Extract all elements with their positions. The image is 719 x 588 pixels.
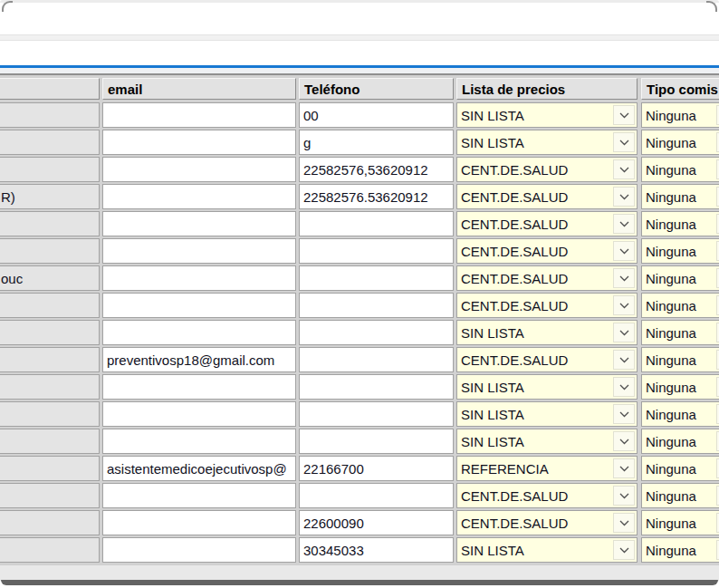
column-header-email[interactable]: email: [102, 78, 296, 100]
name-cell[interactable]: [0, 456, 100, 481]
lista-de-precios-dropdown[interactable]: SIN LISTA: [456, 130, 638, 155]
chevron-down-icon[interactable]: [613, 377, 635, 397]
chevron-down-icon[interactable]: [613, 295, 635, 315]
chevron-down-icon[interactable]: [613, 540, 635, 560]
tipo-comision-dropdown[interactable]: Ninguna: [641, 429, 719, 454]
email-field[interactable]: [102, 320, 296, 345]
lista-de-precios-dropdown[interactable]: CENT.DE.SALUD: [456, 211, 638, 236]
telefono-field[interactable]: 30345033: [299, 537, 454, 563]
lista-de-precios-dropdown[interactable]: SIN LISTA: [456, 537, 638, 563]
tipo-comision-dropdown[interactable]: Ninguna: [641, 347, 719, 372]
telefono-field[interactable]: g: [299, 130, 454, 155]
name-cell[interactable]: ouc: [0, 265, 100, 291]
chevron-down-icon[interactable]: [613, 486, 635, 506]
chevron-down-icon[interactable]: [613, 404, 635, 424]
tipo-comision-dropdown[interactable]: Ninguna: [641, 130, 719, 155]
name-cell[interactable]: [0, 130, 100, 155]
column-header-telefono[interactable]: Teléfono: [299, 78, 454, 100]
tipo-comision-dropdown[interactable]: Ninguna: [641, 401, 719, 427]
lista-de-precios-dropdown[interactable]: CENT.DE.SALUD: [456, 238, 638, 264]
name-cell[interactable]: R): [0, 184, 100, 209]
telefono-field[interactable]: 22166700: [299, 456, 454, 481]
telefono-field[interactable]: 00: [299, 102, 454, 128]
column-header-tipo-comision[interactable]: Tipo comis: [641, 78, 719, 100]
tipo-comision-dropdown[interactable]: Ninguna: [641, 211, 719, 236]
chevron-down-icon[interactable]: [613, 241, 635, 261]
chevron-down-icon[interactable]: [613, 458, 635, 478]
lista-de-precios-dropdown[interactable]: CENT.DE.SALUD: [456, 483, 638, 508]
email-field[interactable]: [102, 238, 296, 264]
tipo-comision-dropdown[interactable]: Ninguna: [641, 102, 719, 128]
telefono-field[interactable]: 22582576,53620912: [299, 157, 454, 182]
column-header-lista-de-precios[interactable]: Lista de precios: [456, 78, 638, 100]
lista-de-precios-dropdown[interactable]: CENT.DE.SALUD: [456, 184, 638, 209]
chevron-down-icon[interactable]: [613, 214, 635, 234]
lista-de-precios-dropdown[interactable]: SIN LISTA: [456, 102, 638, 128]
lista-de-precios-dropdown[interactable]: CENT.DE.SALUD: [456, 293, 638, 318]
name-cell[interactable]: [0, 157, 100, 182]
tipo-comision-dropdown[interactable]: Ninguna: [641, 537, 719, 563]
email-field[interactable]: [102, 157, 296, 182]
email-field[interactable]: [102, 293, 296, 318]
chevron-down-icon[interactable]: [613, 105, 635, 125]
email-field[interactable]: asistentemedicoejecutivosp@: [102, 456, 296, 481]
name-cell[interactable]: [0, 537, 100, 563]
telefono-field[interactable]: [299, 483, 454, 508]
tipo-comision-dropdown[interactable]: Ninguna: [641, 456, 719, 481]
bottom-scroll-area[interactable]: [0, 564, 719, 581]
chevron-down-icon[interactable]: [613, 132, 635, 152]
tipo-comision-dropdown[interactable]: Ninguna: [641, 265, 719, 291]
chevron-down-icon[interactable]: [613, 431, 635, 451]
email-field[interactable]: [102, 401, 296, 427]
tipo-comision-dropdown[interactable]: Ninguna: [641, 157, 719, 182]
name-cell[interactable]: [0, 483, 100, 508]
telefono-field[interactable]: [299, 211, 454, 236]
lista-de-precios-dropdown[interactable]: SIN LISTA: [456, 429, 638, 454]
tipo-comision-dropdown[interactable]: Ninguna: [641, 238, 719, 264]
tipo-comision-dropdown[interactable]: Ninguna: [641, 293, 719, 318]
name-cell[interactable]: [0, 320, 100, 345]
lista-de-precios-dropdown[interactable]: CENT.DE.SALUD: [456, 347, 638, 372]
name-cell[interactable]: [0, 347, 100, 372]
name-cell[interactable]: [0, 429, 100, 454]
name-cell[interactable]: [0, 401, 100, 427]
telefono-field[interactable]: [299, 265, 454, 291]
lista-de-precios-dropdown[interactable]: CENT.DE.SALUD: [456, 510, 638, 535]
telefono-field[interactable]: [299, 429, 454, 454]
telefono-field[interactable]: [299, 238, 454, 264]
name-cell[interactable]: [0, 510, 100, 535]
telefono-field[interactable]: [299, 401, 454, 427]
email-field[interactable]: [102, 211, 296, 236]
telefono-field[interactable]: 22582576.53620912: [299, 184, 454, 209]
chevron-down-icon[interactable]: [613, 323, 635, 342]
email-field[interactable]: [102, 537, 296, 563]
lista-de-precios-dropdown[interactable]: CENT.DE.SALUD: [456, 157, 638, 182]
lista-de-precios-dropdown[interactable]: SIN LISTA: [456, 320, 638, 345]
telefono-field[interactable]: [299, 347, 454, 372]
name-cell[interactable]: [0, 211, 100, 236]
telefono-field[interactable]: [299, 320, 454, 345]
email-field[interactable]: [102, 429, 296, 454]
name-cell[interactable]: [0, 293, 100, 318]
email-field[interactable]: [102, 184, 296, 209]
tipo-comision-dropdown[interactable]: Ninguna: [641, 374, 719, 400]
name-cell[interactable]: [0, 102, 100, 128]
telefono-field[interactable]: [299, 374, 454, 400]
lista-de-precios-dropdown[interactable]: CENT.DE.SALUD: [456, 265, 638, 291]
lista-de-precios-dropdown[interactable]: SIN LISTA: [456, 374, 638, 400]
email-field[interactable]: preventivosp18@gmail.com: [102, 347, 296, 372]
lista-de-precios-dropdown[interactable]: SIN LISTA: [456, 401, 638, 427]
name-cell[interactable]: [0, 374, 100, 400]
email-field[interactable]: [102, 374, 296, 400]
email-field[interactable]: [102, 483, 296, 508]
email-field[interactable]: [102, 265, 296, 291]
lista-de-precios-dropdown[interactable]: REFERENCIA: [456, 456, 638, 481]
email-field[interactable]: [102, 510, 296, 535]
chevron-down-icon[interactable]: [613, 513, 635, 533]
telefono-field[interactable]: 22600090: [299, 510, 454, 535]
name-cell[interactable]: [0, 238, 100, 264]
email-field[interactable]: [102, 130, 296, 155]
tipo-comision-dropdown[interactable]: Ninguna: [641, 184, 719, 209]
chevron-down-icon[interactable]: [613, 350, 635, 370]
chevron-down-icon[interactable]: [613, 187, 635, 207]
